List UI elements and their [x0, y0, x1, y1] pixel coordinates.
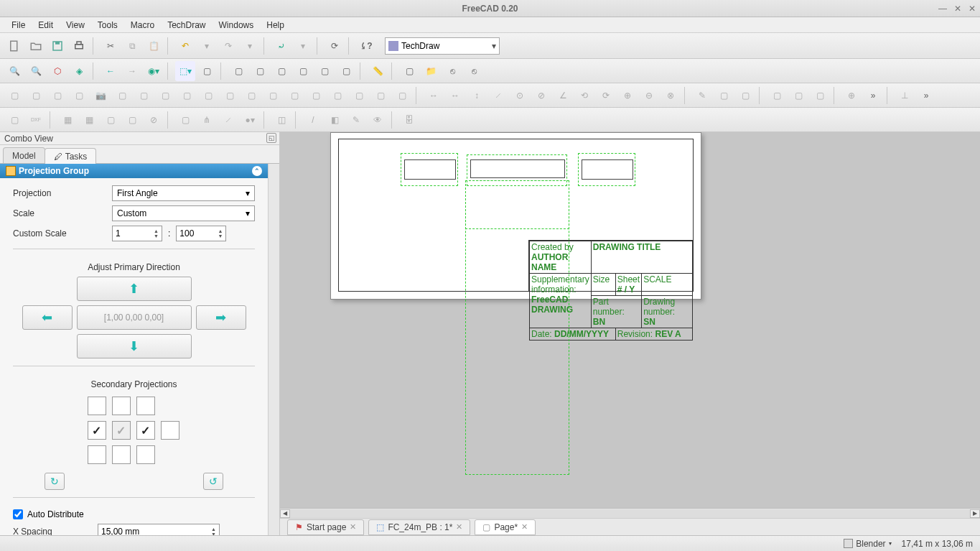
close-tab-icon[interactable]: ✕ — [350, 522, 356, 532]
ann-4[interactable]: ▢ — [767, 85, 787, 106]
dir-left-button[interactable]: ⬅ — [22, 305, 73, 330]
tt-9[interactable]: ⋔ — [197, 110, 217, 130]
link-nav-icon[interactable]: ◉▾ — [144, 61, 164, 81]
td-17[interactable]: ▢ — [349, 85, 369, 106]
custom-scale-den[interactable]: 100▲▼ — [176, 226, 226, 241]
projection-view-left[interactable] — [401, 153, 458, 186]
dir-down-button[interactable]: ⬇ — [77, 334, 192, 358]
td-1[interactable]: ▢ — [4, 85, 24, 106]
workbench-selector[interactable]: TechDraw ▾ — [385, 37, 500, 55]
ann-3[interactable]: ▢ — [735, 85, 755, 106]
ann-5[interactable]: ▢ — [788, 85, 808, 106]
group-icon[interactable]: 📁 — [421, 61, 441, 81]
tt-dxf[interactable]: DXF — [26, 110, 46, 130]
overflow-icon[interactable]: » — [863, 85, 883, 106]
tt-5[interactable]: ▢ — [101, 110, 121, 130]
redo-dropdown-icon[interactable]: ▾ — [240, 36, 260, 56]
menu-tools[interactable]: Tools — [92, 19, 123, 32]
tt-7[interactable]: ⊘ — [144, 110, 164, 130]
view1-icon[interactable]: ▢ — [228, 61, 248, 81]
doctab-start[interactable]: ⚑Start page✕ — [287, 519, 364, 535]
menu-view[interactable]: View — [60, 19, 90, 32]
dim-3[interactable]: ↕ — [467, 85, 487, 106]
close-tab-icon[interactable]: ✕ — [521, 522, 528, 532]
proj-tr[interactable] — [136, 397, 155, 415]
projection-select[interactable]: First Angle▾ — [112, 185, 255, 201]
scroll-left-icon[interactable]: ◀ — [280, 509, 290, 518]
proj-ml[interactable]: ✓ — [88, 421, 106, 440]
menu-file[interactable]: File — [6, 19, 31, 32]
proj-tc[interactable] — [112, 397, 131, 415]
auto-distribute-checkbox[interactable] — [13, 509, 23, 519]
fit-all-icon[interactable]: 🔍 — [4, 61, 24, 81]
paste-icon[interactable]: 📋 — [144, 36, 164, 56]
part-icon[interactable]: ▢ — [399, 61, 419, 81]
projection-view-right[interactable] — [578, 153, 635, 186]
td-16[interactable]: ▢ — [327, 85, 347, 106]
custom-scale-num[interactable]: 1▲▼ — [112, 226, 162, 241]
link-icon[interactable]: ⎋ — [442, 61, 462, 81]
dim-2[interactable]: ↔ — [445, 85, 465, 106]
tab-tasks[interactable]: 🖊Tasks — [45, 148, 97, 164]
open-file-icon[interactable] — [26, 36, 46, 56]
front-view-icon[interactable]: ▢ — [197, 61, 217, 81]
close-button[interactable]: ✕ — [969, 4, 976, 14]
eye-icon[interactable]: 👁 — [368, 110, 388, 130]
close-tab-icon[interactable]: ✕ — [456, 522, 462, 532]
new-file-icon[interactable] — [4, 36, 24, 56]
ext-2[interactable]: ⊥ — [895, 85, 915, 106]
ann-1[interactable]: ✎ — [692, 85, 712, 106]
dim-1[interactable]: ↔ — [424, 85, 444, 106]
dim-7[interactable]: ∠ — [553, 85, 573, 106]
td-19[interactable]: ▢ — [392, 85, 412, 106]
refresh-icon[interactable]: ⤾ — [271, 36, 291, 56]
doctab-page[interactable]: ▢Page*✕ — [475, 519, 536, 535]
dim-10[interactable]: ⊕ — [617, 85, 638, 106]
td-8[interactable]: ▢ — [155, 85, 175, 106]
tt-13[interactable]: / — [303, 110, 323, 130]
tt-8[interactable]: ▢ — [175, 110, 195, 130]
overflow2-icon[interactable]: » — [916, 85, 936, 106]
td-3[interactable]: ▢ — [47, 85, 67, 106]
dim-11[interactable]: ⊖ — [639, 85, 659, 106]
camera-icon[interactable]: 📷 — [90, 85, 111, 106]
view3-icon[interactable]: ▢ — [271, 61, 291, 81]
rotate-ccw-button[interactable]: ↺ — [203, 473, 223, 490]
collapse-icon[interactable]: ⌃ — [252, 166, 262, 176]
scale-select[interactable]: Custom▾ — [112, 205, 255, 221]
proj-bc[interactable] — [112, 445, 131, 464]
menu-windows[interactable]: Windows — [213, 19, 260, 32]
td-11[interactable]: ▢ — [220, 85, 240, 106]
dim-6[interactable]: ⊘ — [531, 85, 551, 106]
nav-forward-icon[interactable]: → — [122, 61, 142, 81]
horizontal-scrollbar[interactable]: ◀ ▶ — [280, 508, 980, 518]
view6-icon[interactable]: ▢ — [336, 61, 356, 81]
whatsthis-icon[interactable]: ⤹? — [356, 36, 376, 56]
menu-help[interactable]: Help — [261, 19, 290, 32]
td-14[interactable]: ▢ — [284, 85, 304, 106]
dir-right-button[interactable]: ➡ — [196, 305, 246, 330]
bounding-box-icon[interactable]: ◈ — [69, 61, 89, 81]
td-6[interactable]: ▢ — [112, 85, 132, 106]
td-12[interactable]: ▢ — [241, 85, 261, 106]
menu-techdraw[interactable]: TechDraw — [162, 19, 211, 32]
ext-1[interactable]: ⊕ — [841, 85, 862, 106]
ann-2[interactable]: ▢ — [714, 85, 734, 106]
proj-mr[interactable]: ✓ — [136, 421, 155, 440]
dim-9[interactable]: ⟳ — [596, 85, 616, 106]
view5-icon[interactable]: ▢ — [314, 61, 335, 81]
drawing-canvas[interactable]: Created byAUTHOR NAMEDRAWING TITLE Suppl… — [280, 132, 980, 508]
tab-model[interactable]: Model — [3, 147, 45, 163]
td-2[interactable]: ▢ — [26, 85, 46, 106]
doctab-model[interactable]: ⬚FC_24m_PB : 1*✕ — [368, 519, 470, 535]
refresh2-icon[interactable]: ⟳ — [325, 36, 345, 56]
nav-back-icon[interactable]: ← — [101, 61, 121, 81]
view2-icon[interactable]: ▢ — [250, 61, 270, 81]
measure-icon[interactable]: 📏 — [368, 61, 388, 81]
print-icon[interactable] — [69, 36, 89, 56]
tt-11[interactable]: ●▾ — [240, 110, 260, 130]
td-9[interactable]: ▢ — [177, 85, 197, 106]
refresh-dropdown-icon[interactable]: ▾ — [293, 36, 313, 56]
td-18[interactable]: ▢ — [370, 85, 391, 106]
td-4[interactable]: ▢ — [69, 85, 89, 106]
